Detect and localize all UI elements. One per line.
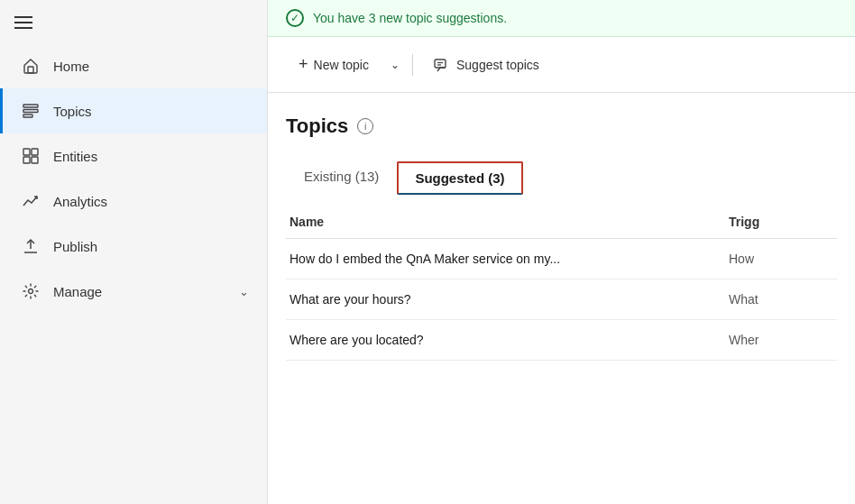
- row-name: How do I embed the QnA Maker service on …: [286, 252, 729, 266]
- sidebar-item-topics-label: Topics: [53, 104, 249, 119]
- publish-icon: [21, 236, 41, 256]
- page-title: Topics: [286, 115, 348, 138]
- main-content: ✓ You have 3 new topic suggestions. + Ne…: [268, 0, 855, 504]
- manage-chevron-icon: ⌄: [239, 285, 249, 298]
- sidebar-item-entities-label: Entities: [53, 149, 249, 164]
- topics-icon: [21, 101, 41, 121]
- row-name: Where are you located?: [286, 333, 729, 347]
- tabs-row: Existing (13) Suggested (3): [286, 160, 837, 195]
- svg-rect-2: [23, 110, 38, 113]
- svg-point-10: [29, 289, 33, 294]
- hamburger-button[interactable]: [0, 7, 267, 43]
- sidebar-item-manage[interactable]: Manage ⌄: [0, 269, 267, 314]
- svg-rect-11: [435, 60, 446, 68]
- suggest-icon: [433, 56, 451, 74]
- success-icon: ✓: [286, 9, 304, 27]
- table-row[interactable]: What are your hours? What: [286, 279, 837, 320]
- svg-rect-4: [23, 149, 30, 155]
- analytics-icon: [21, 191, 41, 211]
- svg-rect-6: [23, 157, 30, 163]
- notification-text: You have 3 new topic suggestions.: [313, 11, 507, 25]
- sidebar-item-topics[interactable]: Topics: [0, 88, 267, 133]
- sidebar-item-analytics-label: Analytics: [53, 194, 249, 209]
- home-icon: [21, 56, 41, 76]
- svg-rect-1: [23, 105, 38, 107]
- table-row[interactable]: Where are you located? Wher: [286, 320, 837, 361]
- info-icon[interactable]: i: [357, 118, 373, 134]
- svg-rect-3: [23, 115, 32, 117]
- row-trigger: How: [729, 252, 837, 266]
- sidebar-item-entities[interactable]: Entities: [0, 133, 267, 179]
- sidebar-item-home-label: Home: [53, 59, 249, 74]
- sidebar-item-analytics[interactable]: Analytics: [0, 179, 267, 224]
- manage-icon: [21, 281, 41, 301]
- content-area: Topics i Existing (13) Suggested (3) Nam…: [268, 93, 855, 504]
- toolbar: + New topic ⌄ Suggest topics: [268, 37, 855, 93]
- table-header: Name Trigg: [286, 206, 837, 239]
- suggest-topics-label: Suggest topics: [456, 58, 539, 72]
- col-name-header: Name: [286, 215, 729, 229]
- sidebar-item-manage-label: Manage: [53, 284, 226, 299]
- row-name: What are your hours?: [286, 292, 729, 307]
- tab-suggested[interactable]: Suggested (3): [397, 161, 522, 195]
- chevron-down-icon: ⌄: [391, 59, 400, 71]
- sidebar-item-publish[interactable]: Publish: [0, 224, 267, 269]
- page-title-row: Topics i: [286, 115, 837, 138]
- menu-icon: [14, 16, 32, 29]
- tab-existing[interactable]: Existing (13): [286, 160, 397, 195]
- toolbar-divider: [412, 54, 413, 76]
- suggest-topics-button[interactable]: Suggest topics: [420, 49, 552, 81]
- row-trigger: Wher: [729, 333, 837, 347]
- table-row[interactable]: How do I embed the QnA Maker service on …: [286, 239, 837, 279]
- sidebar-item-publish-label: Publish: [53, 239, 249, 254]
- notification-banner: ✓ You have 3 new topic suggestions.: [268, 0, 855, 37]
- row-trigger: What: [729, 292, 837, 307]
- new-topic-label: New topic: [314, 58, 369, 72]
- col-trigger-header: Trigg: [729, 215, 837, 229]
- new-topic-button[interactable]: + New topic: [286, 48, 382, 81]
- svg-rect-5: [32, 149, 38, 155]
- sidebar: Home Topics Entities: [0, 0, 268, 504]
- sidebar-item-home[interactable]: Home: [0, 43, 267, 88]
- svg-rect-0: [28, 67, 33, 73]
- plus-icon: +: [299, 55, 308, 74]
- svg-rect-7: [32, 157, 38, 163]
- dropdown-button[interactable]: ⌄: [385, 51, 405, 78]
- entities-icon: [21, 146, 41, 166]
